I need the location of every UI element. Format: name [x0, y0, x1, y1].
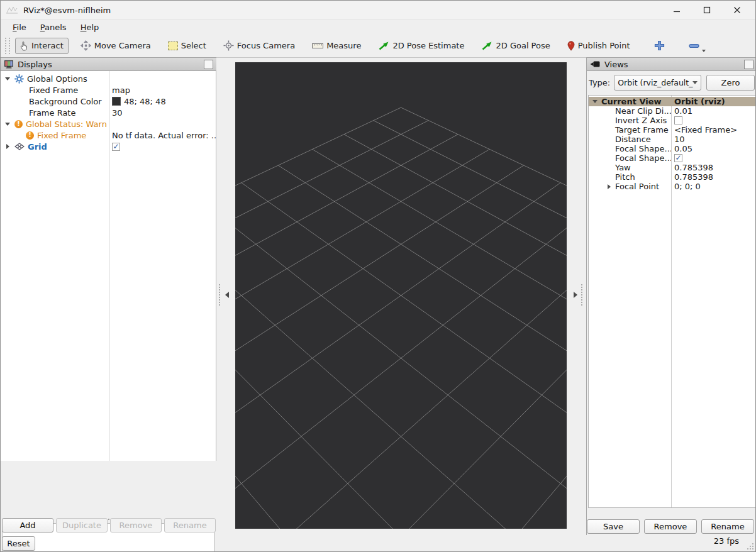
green-arrow-icon	[378, 41, 389, 51]
rviz-window: RViz*@esvm-niflheim File Panels Help Int…	[0, 0, 756, 552]
add-tool-button[interactable]	[650, 38, 669, 53]
row-value[interactable]: 0.01	[674, 106, 692, 116]
row-value[interactable]: map	[112, 86, 130, 95]
views-panel: Views Type: Orbit (rviz_default_ Zero Cu…	[586, 57, 756, 535]
panel-float-button[interactable]	[204, 60, 213, 69]
row-label: Frame Rate	[29, 108, 75, 118]
remove-view-button[interactable]: Remove	[644, 519, 697, 534]
tool-label: Measure	[326, 41, 361, 50]
goal-pose-tool-button[interactable]: 2D Goal Pose	[476, 38, 555, 54]
view-type-dropdown[interactable]: Orbit (rviz_default_	[614, 75, 701, 91]
move-arrows-icon	[81, 40, 91, 51]
remove-button[interactable]: Remove	[110, 518, 162, 533]
row-label: Yaw	[615, 163, 631, 172]
grid-icon	[14, 143, 25, 150]
add-button[interactable]: Add	[2, 518, 53, 533]
row-label: Current View	[601, 97, 662, 106]
row-value[interactable]: 0.785398	[674, 163, 713, 172]
resize-grip[interactable]	[747, 543, 753, 549]
fps-counter: 23 fps	[714, 536, 739, 546]
menu-file[interactable]: File	[6, 21, 33, 33]
save-button[interactable]: Save	[587, 519, 640, 534]
row-value[interactable]: 0.05	[674, 144, 692, 153]
remove-tool-button[interactable]	[685, 41, 703, 51]
row-pitch[interactable]: Pitch 0.785398	[589, 172, 755, 182]
row-value[interactable]: <Fixed Frame>	[674, 125, 737, 135]
row-value[interactable]: 30	[112, 108, 123, 118]
expander-down-icon[interactable]	[591, 98, 599, 106]
row-status-fixed-frame[interactable]: Fixed Frame No tf data. Actual error: ..…	[1, 130, 216, 141]
displays-panel-header[interactable]: Displays	[1, 57, 216, 71]
warning-icon	[26, 131, 34, 140]
map-pin-icon	[567, 41, 575, 51]
selection-box-icon	[168, 41, 178, 50]
viewport-3d[interactable]	[235, 62, 567, 529]
view-type-row: Type: Orbit (rviz_default_ Zero	[587, 74, 756, 91]
row-label: Global Status: Warn	[26, 119, 107, 129]
row-current-view[interactable]: Current View Orbit (rviz)	[589, 97, 755, 106]
row-focal-point[interactable]: Focal Point 0; 0; 0	[589, 182, 755, 191]
chevron-down-icon	[692, 81, 698, 84]
row-invert-z[interactable]: Invert Z Axis	[589, 116, 755, 125]
close-button[interactable]	[729, 3, 745, 17]
rename-view-button[interactable]: Rename	[701, 519, 754, 534]
row-target-frame[interactable]: Target Frame <Fixed Frame>	[589, 125, 755, 135]
row-focal-shape-fixed[interactable]: Focal Shape...	[589, 153, 755, 163]
row-focal-shape-size[interactable]: Focal Shape... 0.05	[589, 144, 755, 153]
expander-right-icon[interactable]	[605, 183, 613, 190]
focus-camera-tool-button[interactable]: Focus Camera	[218, 37, 300, 54]
row-value[interactable]: 48; 48; 48	[124, 97, 166, 106]
focal-shape-checkbox[interactable]	[674, 154, 682, 162]
select-tool-button[interactable]: Select	[163, 38, 211, 53]
tool-label: Interact	[31, 41, 64, 50]
tool-label: Publish Point	[578, 41, 630, 50]
right-splitter-dots[interactable]	[581, 284, 582, 306]
row-yaw[interactable]: Yaw 0.785398	[589, 163, 755, 172]
tool-label: Select	[181, 41, 206, 50]
expander-down-icon[interactable]	[4, 120, 11, 128]
row-grid[interactable]: Grid	[1, 141, 216, 152]
maximize-button[interactable]	[699, 3, 715, 17]
duplicate-button[interactable]: Duplicate	[56, 518, 108, 533]
minimize-button[interactable]	[669, 3, 685, 17]
toolbar-grip[interactable]	[5, 38, 10, 54]
rename-button[interactable]: Rename	[164, 518, 216, 533]
views-buttons: Save Remove Rename	[587, 519, 754, 534]
row-global-status[interactable]: Global Status: Warn	[1, 118, 216, 130]
collapse-left-arrow[interactable]	[224, 291, 230, 299]
ruler-icon	[312, 43, 323, 49]
collapse-right-arrow[interactable]	[572, 291, 579, 299]
row-label: Global Options	[27, 74, 87, 84]
measure-tool-button[interactable]: Measure	[307, 38, 366, 53]
views-panel-header[interactable]: Views	[587, 57, 756, 71]
move-camera-tool-button[interactable]: Move Camera	[75, 37, 156, 54]
expander-right-icon[interactable]	[4, 143, 11, 150]
menu-panels[interactable]: Panels	[33, 21, 74, 33]
menubar: File Panels Help	[1, 20, 755, 34]
row-label: Focal Shape...	[615, 153, 671, 163]
publish-point-tool-button[interactable]: Publish Point	[562, 38, 635, 54]
warning-icon	[14, 120, 23, 128]
reset-button[interactable]: Reset	[2, 536, 35, 551]
row-global-options[interactable]: Global Options	[1, 73, 216, 84]
row-distance[interactable]: Distance 10	[589, 135, 755, 144]
crosshair-icon	[223, 40, 234, 51]
row-value[interactable]: 0; 0; 0	[674, 182, 701, 191]
chevron-down-icon[interactable]	[702, 50, 706, 52]
row-value[interactable]: 10	[674, 135, 685, 144]
row-background-color[interactable]: Background Color 48; 48; 48	[1, 96, 216, 107]
row-fixed-frame[interactable]: Fixed Frame map	[1, 84, 216, 96]
interact-tool-button[interactable]: Interact	[15, 38, 69, 54]
row-near-clip[interactable]: Near Clip Di... 0.01	[589, 106, 755, 116]
row-frame-rate[interactable]: Frame Rate 30	[1, 107, 216, 118]
invert-z-checkbox[interactable]	[674, 116, 682, 124]
row-value[interactable]: 0.785398	[674, 172, 713, 182]
color-swatch[interactable]	[112, 97, 121, 106]
zero-button[interactable]: Zero	[706, 75, 755, 91]
panel-float-button[interactable]	[744, 60, 753, 69]
expander-down-icon[interactable]	[4, 75, 11, 82]
left-splitter-dots[interactable]	[219, 284, 220, 306]
pose-estimate-tool-button[interactable]: 2D Pose Estimate	[373, 38, 469, 54]
menu-help[interactable]: Help	[74, 21, 106, 33]
grid-enabled-checkbox[interactable]	[112, 143, 120, 151]
